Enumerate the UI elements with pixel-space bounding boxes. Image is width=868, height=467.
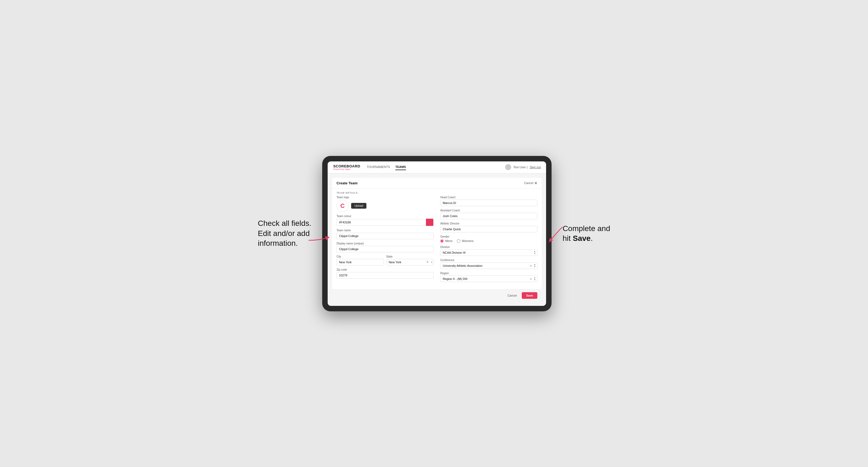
assistant-coach-input[interactable] [440,213,537,219]
team-logo-field: Team logo C Upload [336,196,434,212]
nav-right: Test User | Sign out [505,164,541,170]
avatar [505,164,511,170]
head-coach-label: Head Coach [440,196,537,199]
cancel-top[interactable]: Cancel ✕ [524,181,537,185]
annotation-line1: Check all fields. [258,219,311,227]
team-colour-input[interactable] [336,219,426,225]
gender-label: Gender [440,235,537,238]
nav-links: TOURNAMENTS TEAMS [367,164,505,170]
athletic-director-field: Athletic Director [440,222,537,232]
athletic-director-input[interactable] [440,226,537,232]
annotation-line2: Edit and/or add [258,229,310,238]
assistant-coach-label: Assistant Coach [440,209,537,212]
form-footer: Cancel Save [332,289,542,302]
user-label: Test User | [513,165,528,169]
nav-logo-main: SCOREBOARD [333,164,360,168]
state-label: State [386,255,434,258]
division-select-wrapper: NCAA Division III NCAA Division II NCAA … [440,249,537,256]
region-select[interactable]: Region II - (M) DIII Region I - (M) DIII [440,276,537,282]
state-clear-icon[interactable]: ✕ [426,260,429,264]
page-wrapper: Check all fields. Edit and/or add inform… [11,156,857,311]
nav-link-tournaments[interactable]: TOURNAMENTS [367,164,390,170]
athletic-director-label: Athletic Director [440,222,537,225]
division-select[interactable]: NCAA Division III NCAA Division II NCAA … [440,249,537,256]
save-button[interactable]: Save [522,292,538,299]
nav-bar: SCOREBOARD Powered by clippd TOURNAMENTS… [328,161,546,174]
conference-select[interactable]: University Athletic Association Other [440,262,537,269]
conference-label: Conference [440,259,537,261]
head-coach-field: Head Coach [440,196,537,206]
display-name-field: Display name (unique) [336,242,434,252]
form-left: Team logo C Upload Team colour [336,196,434,285]
right-annotation-line2-bold: Save [573,234,591,243]
city-input[interactable] [336,259,384,266]
gender-mens-radio[interactable] [440,239,444,243]
city-state-row: City State New York California Texas [336,255,434,268]
display-name-input[interactable] [336,246,434,252]
team-name-field: Team name [336,229,434,239]
gender-field: Gender Mens Womens [440,235,537,243]
nav-logo: SCOREBOARD Powered by clippd [333,164,360,170]
gender-mens-label: Mens [445,239,453,243]
region-label: Region [440,272,537,275]
team-colour-label: Team colour [336,215,434,218]
head-coach-input[interactable] [440,199,537,206]
state-select-wrapper: New York California Texas ✕ ▾ [386,259,434,266]
nav-link-teams[interactable]: TEAMS [395,164,406,170]
gender-row: Mens Womens [440,239,537,243]
nav-logo-sub: Powered by clippd [333,168,360,170]
tablet-frame: SCOREBOARD Powered by clippd TOURNAMENTS… [322,156,552,311]
region-select-wrapper: Region II - (M) DIII Region I - (M) DIII… [440,276,537,282]
logo-letter: C [340,203,345,210]
team-name-input[interactable] [336,233,434,239]
state-field: State New York California Texas ✕ ▾ [386,255,434,266]
team-logo-label: Team logo [336,196,434,199]
assistant-coach-field: Assistant Coach [440,209,537,219]
gender-womens-radio[interactable] [457,239,460,243]
annotation-line3: information. [258,239,298,247]
sign-out-link[interactable]: Sign out [530,165,540,169]
right-annotation-line2-suffix: . [591,234,593,243]
tablet-screen: SCOREBOARD Powered by clippd TOURNAMENTS… [328,161,546,306]
team-name-label: Team name [336,229,434,232]
city-field: City [336,255,384,266]
cancel-top-label: Cancel [524,181,533,185]
upload-button[interactable]: Upload [351,203,366,209]
form-header: Create Team Cancel ✕ [332,178,542,189]
form-title: Create Team [336,181,358,185]
zip-label: Zip code [336,268,434,271]
zip-field: Zip code [336,268,434,279]
logo-circle: C [336,200,348,212]
left-annotation: Check all fields. Edit and/or add inform… [258,218,311,248]
right-annotation: Complete and hit Save. [562,224,610,244]
display-name-label: Display name (unique) [336,242,434,245]
division-field: Division NCAA Division III NCAA Division… [440,246,537,256]
form-right: Head Coach Assistant Coach Athletic Dire… [440,196,537,285]
right-annotation-line1: Complete and [562,224,610,233]
region-field: Region Region II - (M) DIII Region I - (… [440,272,537,282]
gender-womens-label: Womens [462,239,473,243]
conference-field: Conference University Athletic Associati… [440,259,537,269]
form-body: Team logo C Upload Team colour [332,196,542,289]
color-swatch[interactable] [426,218,434,226]
city-label: City [336,255,384,258]
gender-mens-option[interactable]: Mens [440,239,453,243]
close-icon[interactable]: ✕ [534,181,537,185]
section-label: TEAM DETAILS [332,189,542,196]
color-field-wrapper [336,218,434,226]
team-colour-field: Team colour [336,215,434,226]
conference-select-wrapper: University Athletic Association Other ✕ … [440,262,537,269]
cancel-button[interactable]: Cancel [504,292,519,299]
region-clear-icon[interactable]: ✕ [530,277,532,280]
form-container: Create Team Cancel ✕ TEAM DETAILS Team l… [332,178,542,302]
division-label: Division [440,246,537,249]
zip-input[interactable] [336,272,434,279]
logo-area: C Upload [336,200,434,212]
conference-clear-icon[interactable]: ✕ [530,264,532,267]
gender-womens-option[interactable]: Womens [457,239,473,243]
